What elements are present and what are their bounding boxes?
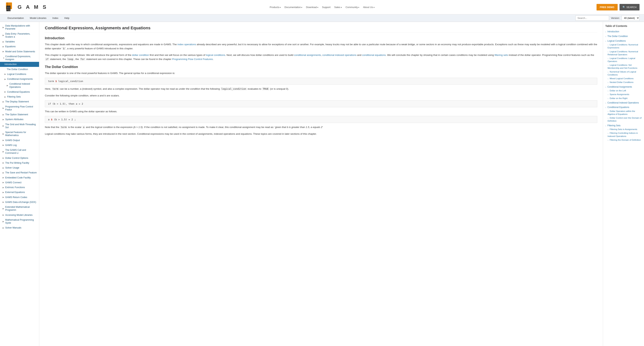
sidebar-item-embedded-code[interactable]: ▶ Embedded Code Facility xyxy=(0,175,39,180)
doc-search-input[interactable] xyxy=(576,16,609,20)
toc-link-lc-numerical-expr[interactable]: ↓ Logical Conditions: Numerical Expressi… xyxy=(605,43,642,50)
sidebar-item-label: GAMS Return Codes xyxy=(5,196,27,199)
sidebar-item-grid-threading[interactable]: ▶ The Grid and Multi-Threading Sol xyxy=(0,122,39,130)
toc-link-dollar-condition[interactable]: ↓ The Dollar Condition xyxy=(605,34,642,38)
sidebar-item-label: The Option Statement xyxy=(5,113,28,116)
sec-nav-documentation[interactable]: Documentation xyxy=(4,14,27,22)
sidebar-item-accessing-model[interactable]: ▶ Accessing Model Libraries xyxy=(0,212,39,218)
sidebar-item-conditional-equations[interactable]: ▶ Conditional Equations xyxy=(0,90,39,94)
sidebar-item-data-manipulations[interactable]: ▶ Data Manipulations with Paramete xyxy=(0,23,39,32)
toc-link-dollar-right[interactable]: ↓ Dollar on the Right xyxy=(605,96,642,100)
toc-conditional-assignments: ↓ Conditional Assignments ↓ Dollar on th… xyxy=(605,85,642,100)
nav-community[interactable]: Community xyxy=(346,6,360,8)
sidebar-item-filtering-sets[interactable]: ▶ Filtering Sets xyxy=(0,94,39,99)
link-programming-flow[interactable]: Programming Flow Control Features xyxy=(172,58,213,60)
sidebar-item-math-programming[interactable]: ▶ Mathematical Programming Syste xyxy=(0,218,39,226)
toc-link-cond-indexed-ops[interactable]: ↓ Conditional Indexed Operations xyxy=(605,101,642,105)
sidebar-item-put-writing[interactable]: ▶ The Put Writing Facility xyxy=(0,160,39,165)
arrow-icon: ▶ xyxy=(2,100,4,103)
sidebar-item-gams-connect[interactable]: ▶ GAMS Connect xyxy=(0,180,39,185)
sidebar-item-display-statement[interactable]: ▶ The Display Statement xyxy=(0,99,39,104)
sidebar-item-introduction[interactable]: Introduction xyxy=(0,62,39,67)
sidebar-item-conditional-expr[interactable]: ▼ Conditional Expressions, Assignm xyxy=(0,54,39,62)
toc-arrow-icon: ↓ xyxy=(605,102,606,104)
nav-download[interactable]: Download xyxy=(306,6,318,8)
sidebar-item-conditional-indexed-ops[interactable]: ▶ Conditional Indexed Operations xyxy=(0,82,39,90)
version-select[interactable]: 40 (latest) xyxy=(622,15,640,21)
link-filtering-sets[interactable]: filtering sets xyxy=(494,54,508,56)
sidebar-item-equations[interactable]: ▶ Equations xyxy=(0,44,39,49)
arrow-icon: ▶ xyxy=(4,73,6,75)
sidebar-item-extended-math[interactable]: ▶ Extended Mathematical Programm xyxy=(0,204,39,212)
sidebar-item-conditional-assignments[interactable]: ▶ Conditional Assignments xyxy=(0,76,39,82)
toc-dollar-condition: ↓ The Dollar Condition xyxy=(605,34,642,38)
sidebar-item-label: Model and Solve Statements xyxy=(5,50,35,53)
sidebar-item-external-equations[interactable]: ▶ External Equations xyxy=(0,190,39,195)
toc-link-cond-equations[interactable]: ↓ Conditional Equations xyxy=(605,105,642,109)
intro-section-title: Introduction xyxy=(45,36,597,40)
toc-link-numerical-values[interactable]: ↓ Numerical Values of Logical Conditions xyxy=(605,70,642,76)
toc-link-lc-logical-ops[interactable]: ↓ Logical Conditions: Logical Operators xyxy=(605,56,642,63)
sidebar-item-gdx[interactable]: ▶ GAMS Data eXchange (GDX) xyxy=(0,200,39,204)
sec-nav-model-libraries[interactable]: Model Libraries xyxy=(27,14,49,22)
sidebar-item-save-restart[interactable]: ▶ The Save and Restart Feature xyxy=(0,170,39,175)
nav-products[interactable]: Products xyxy=(270,6,281,8)
link-index-operations[interactable]: index operations xyxy=(178,43,196,46)
sidebar-item-return-codes[interactable]: ▶ GAMS Return Codes xyxy=(0,195,39,200)
sidebar-item-system-attributes[interactable]: ▶ System Attributes xyxy=(0,117,39,122)
sidebar-item-solver-usage[interactable]: ▶ Solver Usage xyxy=(0,165,39,170)
sidebar-item-special-features[interactable]: ▶ Special Features for Mathematica xyxy=(0,130,39,138)
sidebar-item-variables[interactable]: ▶ Variables xyxy=(0,39,39,44)
sidebar-item-option-statement[interactable]: ▶ The Option Statement xyxy=(0,112,39,117)
arrow-icon: ▶ xyxy=(4,96,6,98)
toc-link-sparse-assignments[interactable]: ↓ Sparse Assignments xyxy=(605,92,642,96)
sidebar-item-solver-manuals[interactable]: ▶ Solver Manuals xyxy=(0,225,39,230)
search-button[interactable]: 🔍 SEARCH xyxy=(620,4,640,10)
code-for: for xyxy=(80,58,86,61)
sec-nav-index[interactable]: Index xyxy=(49,14,61,22)
toc-link-dollar-domain[interactable]: ↓ Dollar Control over the Domain of Defi… xyxy=(605,116,642,123)
nav-documentation[interactable]: Documentation xyxy=(284,6,302,8)
toc-link-cond-assignments[interactable]: ↓ Conditional Assignments xyxy=(605,85,642,89)
toc-link-nested-dollar[interactable]: ↓ Nested Dollar Conditions xyxy=(605,80,642,84)
link-conditional-assignments[interactable]: conditional assignments xyxy=(294,54,321,56)
arrow-icon: ▶ xyxy=(2,201,4,203)
arrow-icon: ▶ xyxy=(2,150,4,153)
link-dollar-condition[interactable]: dollar condition xyxy=(132,54,149,56)
sidebar-item-extrinsic[interactable]: ▶ Extrinsic Functions xyxy=(0,185,39,190)
sidebar-item-dollar-condition[interactable]: The Dollar Condition xyxy=(0,67,39,72)
toc-link-lc-set-membership[interactable]: ↓ Logical Conditions: Set Membership and… xyxy=(605,63,642,70)
toc-arrow-icon: ↓ xyxy=(608,110,608,112)
link-conditional-equations[interactable]: conditional equations xyxy=(362,54,386,56)
sidebar-item-gams-call[interactable]: ▶ The GAMS Call and Command Li xyxy=(0,148,39,156)
toc-link-filtering-sets[interactable]: ↓ Filtering Sets xyxy=(605,124,642,128)
nav-sales[interactable]: Sales xyxy=(334,6,342,8)
sec-nav-help[interactable]: Help xyxy=(61,14,72,22)
toc-link-filtering-assignments[interactable]: ↓ Filtering Sets in Assignments xyxy=(605,128,642,131)
sidebar-item-dollar-control[interactable]: ▶ Dollar Control Options xyxy=(0,156,39,160)
sidebar-item-gams-output[interactable]: ▶ GAMS Output xyxy=(0,138,39,143)
toc-link-dollar-algebra[interactable]: ↓ Dollar Operators within the Algebra of… xyxy=(605,109,642,116)
toc-arrow-icon: ↓ xyxy=(608,117,608,119)
free-demo-button[interactable]: FREE DEMO xyxy=(596,4,618,10)
toc-arrow-icon: ↓ xyxy=(608,78,608,80)
sidebar-item-programming-flow[interactable]: ▶ Programming Flow Control Featur xyxy=(0,104,39,112)
toc-link-logical-conditions[interactable]: ↓ Logical Conditions xyxy=(605,39,642,43)
toc-arrow-icon: ↓ xyxy=(608,64,608,66)
code-term: term xyxy=(48,80,54,82)
sidebar-item-logical-conditions[interactable]: ▶ Logical Conditions xyxy=(0,72,39,76)
toc-link-filtering-controlling[interactable]: ↓ Filtering Controlling Indices in Index… xyxy=(605,131,642,138)
sidebar-item-data-entry[interactable]: ▶ Data Entry: Parameters, Scalars a xyxy=(0,32,39,40)
sidebar-item-gams-log[interactable]: ▶ GAMS Log xyxy=(0,143,39,148)
toc-link-introduction[interactable]: ↓ Introduction xyxy=(605,30,642,34)
link-logical-conditions[interactable]: logical conditions xyxy=(206,54,225,56)
arrow-icon: ▶ xyxy=(4,78,6,80)
nav-about-us[interactable]: About Us xyxy=(363,6,374,8)
sidebar-item-model-solve[interactable]: ▶ Model and Solve Statements xyxy=(0,49,39,54)
nav-support[interactable]: Support xyxy=(322,6,330,8)
link-conditional-indexed-ops[interactable]: conditional indexed operations xyxy=(322,54,356,56)
toc-link-lc-numerical-rel[interactable]: ↓ Logical Conditions: Numerical Relation… xyxy=(605,50,642,56)
toc-link-dollar-left[interactable]: ↓ Dollar on the Left xyxy=(605,89,642,92)
toc-link-filtering-domain[interactable]: ↓ Filtering the Domain of Definition xyxy=(605,138,642,142)
toc-link-mixed-logical[interactable]: ↓ Mixed Logical Conditions xyxy=(605,76,642,80)
